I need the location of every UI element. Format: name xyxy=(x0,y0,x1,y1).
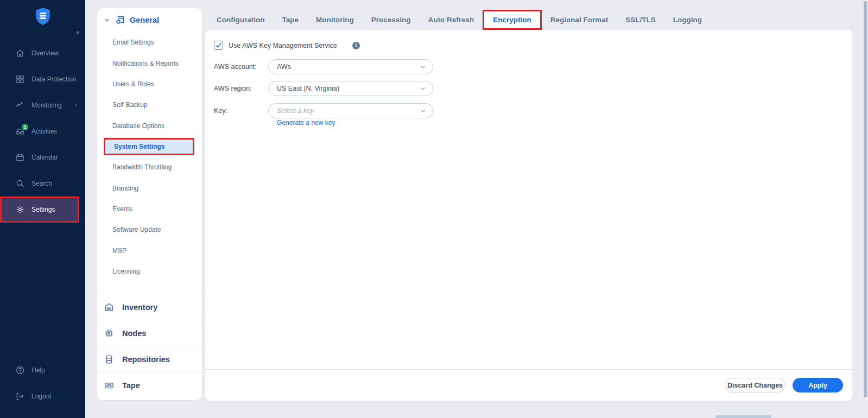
section-label: Nodes xyxy=(122,329,146,338)
nav-item-label: Self-Backup xyxy=(112,101,148,109)
sidebar-item-data-protection[interactable]: Data Protection xyxy=(0,66,85,92)
nav-item-bandwidth-throttling[interactable]: Bandwidth Throttling xyxy=(97,157,202,178)
nav-item-label: Database Options xyxy=(112,122,164,130)
tab-ssl-tls[interactable]: SSL/TLS xyxy=(617,10,664,30)
tab-label: Processing xyxy=(371,16,411,24)
chevron-left-icon[interactable] xyxy=(74,103,79,108)
tab-processing[interactable]: Processing xyxy=(363,10,420,30)
tab-regional-format[interactable]: Regional Format xyxy=(542,10,617,30)
general-settings-icon xyxy=(115,15,125,26)
footer-divider xyxy=(205,369,852,370)
nav-item-branding[interactable]: Branding xyxy=(97,178,202,198)
aws-region-value: US East (N. Virginia) xyxy=(277,85,420,92)
nav-item-events[interactable]: Events xyxy=(97,199,202,219)
info-icon[interactable]: i xyxy=(352,42,360,49)
help-icon xyxy=(15,365,25,375)
nav-item-notifications-reports[interactable]: Notifications & Reports xyxy=(97,53,202,73)
left-sidebar: Overview Data Protection Monitoring 1 Ac… xyxy=(0,0,85,418)
aws-region-select[interactable]: US East (N. Virginia) xyxy=(268,81,433,96)
sidebar-item-label: Calendar xyxy=(31,154,58,161)
sidebar-item-label: Activities xyxy=(31,128,57,135)
sidebar-item-label: Monitoring xyxy=(31,102,62,109)
tab-tape[interactable]: Tape xyxy=(273,10,307,30)
section-label: Repositories xyxy=(122,355,170,364)
tab-encryption[interactable]: Encryption xyxy=(483,10,542,30)
chevron-down-icon xyxy=(104,17,110,23)
tab-monitoring[interactable]: Monitoring xyxy=(307,10,363,30)
section-tape[interactable]: Tape xyxy=(97,372,202,398)
nav-item-software-update[interactable]: Software Update xyxy=(97,219,202,240)
sidebar-item-logout[interactable]: Logout xyxy=(0,383,85,409)
nav-item-system-settings[interactable]: System Settings xyxy=(104,138,194,155)
section-nodes[interactable]: Nodes xyxy=(97,320,202,346)
sidebar-item-label: Data Protection xyxy=(31,75,77,83)
settings-tabbar: Configuration Tape Monitoring Processing… xyxy=(205,10,711,30)
use-kms-checkbox[interactable] xyxy=(214,41,223,50)
logout-icon xyxy=(15,391,25,401)
nav-item-licensing[interactable]: Licensing xyxy=(97,261,202,282)
activities-badge: 1 xyxy=(21,123,29,131)
home-icon xyxy=(15,48,25,58)
aws-account-value: AWs xyxy=(277,63,420,71)
vertical-scrollbar[interactable] xyxy=(864,1,867,397)
nav-item-label: Email Settings xyxy=(112,39,154,46)
section-general[interactable]: General xyxy=(97,8,202,32)
nav-item-users-roles[interactable]: Users & Roles xyxy=(97,74,202,94)
aws-region-row: AWS region: US East (N. Virginia) xyxy=(214,81,433,96)
nav-item-label: Notifications & Reports xyxy=(112,60,179,67)
key-label: Key: xyxy=(214,107,268,115)
tab-label: Regional Format xyxy=(550,16,609,24)
spacer xyxy=(97,282,202,294)
apply-button[interactable]: Apply xyxy=(793,378,843,392)
tab-configuration[interactable]: Configuration xyxy=(208,10,273,30)
tab-logging[interactable]: Logging xyxy=(664,10,711,30)
horizontal-scrollbar[interactable] xyxy=(715,415,771,418)
chevron-down-icon xyxy=(420,85,426,92)
chevron-down-icon xyxy=(420,64,426,70)
grid-icon xyxy=(15,74,25,84)
sidebar-item-label: Search xyxy=(31,180,52,187)
use-kms-label: Use AWS Key Management Service xyxy=(229,42,337,49)
aws-region-label: AWS region: xyxy=(214,85,268,92)
sidebar-item-activities[interactable]: 1 Activities xyxy=(0,118,85,144)
inbox-icon: 1 xyxy=(15,126,25,136)
settings-nav-panel: General Email Settings Notifications & R… xyxy=(97,8,202,400)
repositories-icon xyxy=(104,354,115,365)
discard-changes-button[interactable]: Discard Changes xyxy=(725,378,785,392)
sidebar-item-help[interactable]: Help xyxy=(0,357,85,383)
use-kms-row: Use AWS Key Management Service i xyxy=(214,41,360,50)
sidebar-item-label: Logout xyxy=(31,392,52,400)
chevron-down-icon xyxy=(420,107,426,114)
section-inventory[interactable]: Inventory xyxy=(97,294,202,320)
calendar-icon xyxy=(15,153,25,162)
general-items: Email Settings Notifications & Reports U… xyxy=(97,32,202,282)
nav-item-label: Licensing xyxy=(112,268,140,275)
sidebar-item-search[interactable]: Search xyxy=(0,170,85,197)
sidebar-item-settings[interactable]: Settings xyxy=(0,197,79,223)
sidebar-item-monitoring[interactable]: Monitoring xyxy=(0,92,85,118)
section-repositories[interactable]: Repositories xyxy=(97,346,202,372)
aws-account-select[interactable]: AWs xyxy=(268,59,433,74)
generate-key-link[interactable]: Generate a new key xyxy=(277,119,335,126)
nav-item-database-options[interactable]: Database Options xyxy=(97,116,202,136)
nav-item-email-settings[interactable]: Email Settings xyxy=(97,32,202,53)
sidebar-item-overview[interactable]: Overview xyxy=(0,40,85,66)
shield-menu-logo-icon xyxy=(33,5,53,27)
tab-label: Logging xyxy=(673,16,702,24)
tab-label: Tape xyxy=(282,16,299,24)
section-label: Inventory xyxy=(122,303,157,312)
expand-corner-icon[interactable] xyxy=(73,29,81,37)
tab-label: SSL/TLS xyxy=(625,16,656,24)
sidebar-item-label: Overview xyxy=(31,49,59,57)
nav-item-label: Branding xyxy=(112,185,138,192)
nav-item-self-backup[interactable]: Self-Backup xyxy=(97,94,202,115)
sidebar-item-calendar[interactable]: Calendar xyxy=(0,144,85,170)
tab-auto-refresh[interactable]: Auto Refresh xyxy=(420,10,483,30)
nav-item-msp[interactable]: MSP xyxy=(97,240,202,261)
nav-item-label: MSP xyxy=(112,247,126,255)
key-placeholder: Select a key xyxy=(277,107,420,115)
monitoring-icon xyxy=(15,100,25,110)
key-select[interactable]: Select a key xyxy=(268,103,433,118)
section-label: Tape xyxy=(122,381,140,390)
aws-account-label: AWS account: xyxy=(214,63,268,71)
